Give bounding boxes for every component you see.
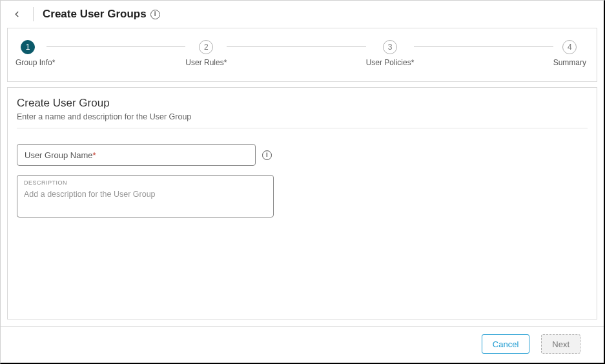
chevron-left-icon [12, 10, 21, 19]
step-label: Summary [553, 58, 586, 67]
step-label: User Rules* [185, 58, 227, 67]
step-summary[interactable]: 4 Summary [553, 40, 586, 67]
step-circle: 4 [562, 40, 577, 54]
footer: Cancel Next [1, 326, 604, 363]
step-group-info[interactable]: 1 Group Info* [21, 40, 46, 67]
step-label: User Policies* [366, 58, 415, 67]
content: 1 Group Info* 2 User Rules* 3 User Polic… [1, 28, 604, 326]
user-group-name-input[interactable] [17, 144, 256, 166]
divider [17, 128, 588, 128]
step-user-rules[interactable]: 2 User Rules* [185, 40, 227, 67]
step-circle: 3 [383, 40, 397, 54]
step-connector [46, 40, 185, 54]
name-input-wrap: User Group Name* [17, 144, 256, 166]
name-field-row: User Group Name* i [17, 144, 588, 166]
divider [33, 7, 34, 21]
page-title-text: Create User Groups [43, 8, 147, 21]
description-input[interactable] [24, 190, 267, 208]
step-circle: 1 [21, 40, 35, 54]
info-icon[interactable]: i [150, 10, 160, 19]
next-button[interactable]: Next [541, 334, 580, 354]
form-subtitle: Enter a name and description for the Use… [17, 112, 588, 121]
info-icon[interactable]: i [262, 150, 272, 160]
step-user-policies[interactable]: 3 User Policies* [366, 40, 415, 67]
back-button[interactable] [10, 7, 24, 21]
cancel-button[interactable]: Cancel [482, 334, 529, 354]
stepper: 1 Group Info* 2 User Rules* 3 User Polic… [18, 40, 586, 67]
form-title: Create User Group [17, 97, 588, 110]
step-label: Group Info* [15, 58, 55, 67]
description-field: DESCRIPTION [17, 175, 274, 217]
form-panel: Create User Group Enter a name and descr… [7, 87, 597, 319]
step-connector [227, 40, 365, 54]
header: Create User Groups i [1, 1, 604, 28]
stepper-panel: 1 Group Info* 2 User Rules* 3 User Polic… [7, 28, 597, 82]
description-label: DESCRIPTION [24, 179, 267, 186]
step-circle: 2 [199, 40, 213, 54]
step-connector [414, 40, 553, 54]
page-title: Create User Groups i [43, 8, 160, 21]
